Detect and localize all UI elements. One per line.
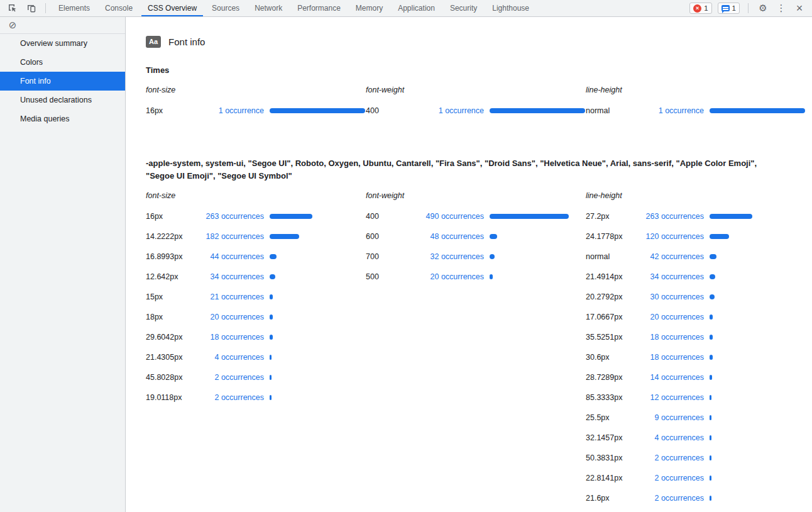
occurrences-link[interactable]: 42 occurrences [644, 252, 704, 261]
font-family-section: -apple-system, system-ui, "Segoe UI", Ro… [146, 157, 794, 508]
metric-column-header: line-height [586, 86, 806, 96]
occurrences-link[interactable]: 120 occurrences [644, 232, 704, 241]
tab-elements[interactable]: Elements [51, 0, 97, 16]
occurrences-link[interactable]: 30 occurrences [644, 292, 704, 301]
tab-network[interactable]: Network [247, 0, 290, 16]
occurrences-link[interactable]: 490 occurrences [424, 212, 484, 221]
occurrences-link[interactable]: 44 occurrences [204, 252, 264, 261]
occurrences-link[interactable]: 14 occurrences [644, 373, 704, 382]
occurrence-bar [490, 108, 585, 113]
sidebar-item-media-queries[interactable]: Media queries [0, 109, 125, 128]
issues-count-badge[interactable]: 1 [718, 3, 740, 14]
occurrences-link[interactable]: 263 occurrences [204, 212, 264, 221]
occurrences-link[interactable]: 20 occurrences [644, 313, 704, 321]
occurrences-link[interactable]: 2 occurrences [644, 474, 704, 482]
tab-sources[interactable]: Sources [204, 0, 247, 16]
metric-column-font-size: font-size16px1 occurrence [146, 86, 366, 121]
metric-column-line-height: line-heightnormal1 occurrence [586, 86, 806, 121]
toolbar-right-icons: × 1 1 ⚙ ⋮ × [689, 0, 812, 16]
occurrences-link[interactable]: 9 occurrences [644, 413, 704, 422]
occurrences-link[interactable]: 182 occurrences [204, 232, 264, 241]
error-count-badge[interactable]: × 1 [689, 3, 711, 14]
occurrences-link[interactable]: 18 occurrences [644, 333, 704, 342]
occurrences-link[interactable]: 48 occurrences [424, 232, 484, 241]
font-metric-row: 24.1778px120 occurrences [586, 226, 806, 247]
settings-gear-icon[interactable]: ⚙ [757, 1, 769, 15]
occurrences-link[interactable]: 18 occurrences [644, 353, 704, 362]
occurrence-bar-track [270, 335, 365, 340]
occurrence-bar-track [710, 294, 805, 299]
occurrence-bar-track [710, 435, 805, 440]
occurrence-bar-track [710, 395, 805, 400]
tab-css-overview[interactable]: CSS Overview [140, 0, 204, 16]
sidebar-item-unused-declarations[interactable]: Unused declarations [0, 91, 125, 109]
occurrence-bar-track [710, 314, 805, 320]
font-metric-row: 21.4914px34 occurrences [586, 267, 806, 287]
occurrences-link[interactable]: 32 occurrences [424, 252, 484, 261]
occurrences-link[interactable]: 2 occurrences [204, 373, 264, 382]
font-metric-row: 16px1 occurrence [146, 101, 366, 121]
metric-value: 29.6042px [146, 333, 204, 342]
metric-value: 14.2222px [146, 232, 204, 241]
occurrences-link[interactable]: 2 occurrences [644, 494, 704, 503]
tab-application[interactable]: Application [390, 0, 442, 16]
occurrences-link[interactable]: 263 occurrences [644, 212, 704, 221]
metric-value: 85.3333px [586, 393, 644, 402]
tab-memory[interactable]: Memory [348, 0, 390, 16]
occurrences-link[interactable]: 1 occurrence [644, 106, 704, 115]
occurrences-link[interactable]: 21 occurrences [204, 292, 264, 301]
occurrence-bar [270, 254, 277, 259]
font-aa-badge-icon: Aa [146, 36, 161, 48]
occurrences-link[interactable]: 20 occurrences [204, 313, 264, 321]
occurrence-bar [270, 274, 275, 279]
occurrences-link[interactable]: 18 occurrences [204, 333, 264, 342]
inspect-element-icon[interactable] [5, 1, 20, 15]
occurrence-bar [270, 395, 272, 400]
metric-value: 35.5251px [586, 333, 644, 342]
occurrence-bar-track [710, 335, 805, 340]
font-metric-row: 21.6px2 occurrences [586, 488, 806, 508]
sidebar-item-font-info[interactable]: Font info [0, 72, 125, 91]
more-menu-icon[interactable]: ⋮ [775, 1, 787, 15]
font-metric-row: 29.6042px18 occurrences [146, 327, 366, 347]
toolbar-separator [748, 3, 749, 13]
occurrence-bar-track [490, 108, 585, 113]
tab-lighthouse[interactable]: Lighthouse [485, 0, 537, 16]
occurrences-link[interactable]: 20 occurrences [424, 272, 484, 281]
occurrence-bar [710, 395, 711, 400]
metric-column-header: font-size [146, 191, 366, 201]
tab-console[interactable]: Console [97, 0, 140, 16]
font-metric-row: normal1 occurrence [586, 101, 806, 121]
occurrence-bar [710, 254, 716, 259]
occurrence-bar-track [710, 415, 805, 420]
occurrence-bar [270, 335, 273, 340]
occurrences-link[interactable]: 34 occurrences [644, 272, 704, 281]
occurrences-link[interactable]: 4 occurrences [204, 353, 264, 362]
font-metric-row: 45.8028px2 occurrences [146, 367, 366, 387]
tab-performance[interactable]: Performance [290, 0, 348, 16]
close-icon[interactable]: × [793, 1, 806, 15]
toolbar-separator [45, 3, 46, 13]
occurrence-bar [270, 214, 312, 219]
occurrences-link[interactable]: 1 occurrence [424, 106, 484, 115]
metric-value: 12.642px [146, 272, 204, 281]
occurrences-link[interactable]: 12 occurrences [644, 393, 704, 402]
sidebar-item-overview-summary[interactable]: Overview summary [0, 34, 125, 53]
occurrence-bar [710, 274, 715, 279]
occurrences-link[interactable]: 1 occurrence [204, 106, 264, 115]
clear-overview-icon[interactable]: ⊘ [6, 19, 19, 31]
occurrence-bar-track [270, 254, 365, 259]
occurrences-link[interactable]: 34 occurrences [204, 272, 264, 281]
font-metric-columns: font-size16px1 occurrencefont-weight4001… [146, 86, 794, 121]
occurrences-link[interactable]: 2 occurrences [204, 393, 264, 402]
occurrence-bar [490, 234, 497, 239]
tab-security[interactable]: Security [442, 0, 485, 16]
occurrence-bar [490, 254, 495, 259]
font-family-name: Times [146, 64, 777, 77]
sidebar-item-colors[interactable]: Colors [0, 53, 125, 72]
issues-icon [721, 5, 730, 11]
occurrence-bar [270, 314, 273, 320]
device-toolbar-icon[interactable] [24, 1, 39, 15]
occurrences-link[interactable]: 4 occurrences [644, 433, 704, 442]
occurrences-link[interactable]: 2 occurrences [644, 454, 704, 462]
